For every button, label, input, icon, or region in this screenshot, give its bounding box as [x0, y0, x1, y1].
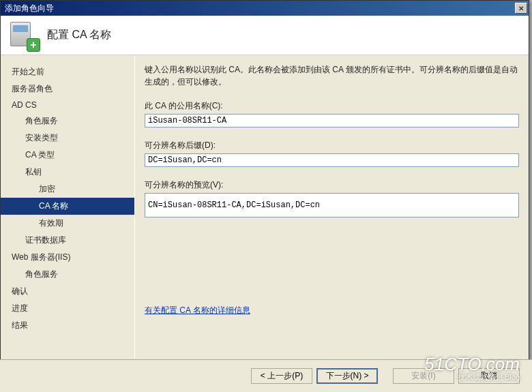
- page-title: 配置 CA 名称: [47, 28, 111, 42]
- close-button[interactable]: ✕: [515, 3, 527, 14]
- dn-suffix-label: 可分辨名称后缀(D):: [145, 140, 519, 151]
- sidebar-item-1[interactable]: 服务器角色: [1, 80, 134, 97]
- wizard-footer: < 上一步(P) 下一步(N) > 安装(I) 取消: [0, 359, 532, 392]
- sidebar-item-5[interactable]: CA 类型: [1, 147, 134, 164]
- window-title: 添加角色向导: [5, 3, 54, 14]
- close-icon: ✕: [518, 5, 524, 12]
- dn-suffix-block: 可分辨名称后缀(D):: [145, 140, 519, 167]
- wizard-header: + 配置 CA 名称: [1, 16, 529, 55]
- sidebar-item-9[interactable]: 有效期: [1, 215, 134, 232]
- sidebar-item-7[interactable]: 加密: [1, 181, 134, 198]
- sidebar-item-15[interactable]: 结果: [1, 317, 134, 334]
- sidebar-item-0[interactable]: 开始之前: [1, 63, 134, 80]
- wizard-window: 添加角色向导 ✕ + 配置 CA 名称 开始之前服务器角色AD CS角色服务安装…: [0, 0, 529, 389]
- sidebar-item-11[interactable]: Web 服务器(IIS): [1, 249, 134, 266]
- titlebar: 添加角色向导 ✕: [1, 1, 529, 16]
- next-button[interactable]: 下一步(N) >: [316, 368, 378, 384]
- sidebar-item-3[interactable]: 角色服务: [1, 112, 134, 130]
- sidebar-item-2[interactable]: AD CS: [1, 97, 134, 112]
- sidebar-item-8[interactable]: CA 名称: [1, 198, 134, 215]
- intro-text: 键入公用名称以识别此 CA。此名称会被添加到由该 CA 颁发的所有证书中。可分辨…: [145, 63, 519, 88]
- prev-button[interactable]: < 上一步(P): [251, 368, 312, 384]
- wizard-body: 开始之前服务器角色AD CS角色服务安装类型CA 类型私钥加密CA 名称有效期证…: [1, 55, 529, 359]
- sidebar-item-4[interactable]: 安装类型: [1, 130, 134, 147]
- dn-preview-label: 可分辨名称的预览(V):: [145, 179, 519, 191]
- sidebar-item-12[interactable]: 角色服务: [1, 266, 134, 283]
- cancel-button[interactable]: 取消: [458, 368, 520, 384]
- install-button: 安装(I): [393, 368, 454, 384]
- sidebar-item-10[interactable]: 证书数据库: [1, 232, 134, 249]
- dn-preview-input: [145, 193, 519, 217]
- dn-suffix-input[interactable]: [145, 153, 519, 167]
- common-name-label: 此 CA 的公用名称(C):: [145, 100, 519, 112]
- server-role-icon: +: [10, 22, 38, 49]
- plus-icon: +: [27, 38, 40, 52]
- common-name-input[interactable]: [145, 114, 519, 127]
- sidebar-item-13[interactable]: 确认: [1, 283, 134, 300]
- common-name-block: 此 CA 的公用名称(C):: [145, 100, 519, 127]
- sidebar-item-14[interactable]: 进度: [1, 300, 134, 317]
- dn-preview-block: 可分辨名称的预览(V):: [145, 179, 519, 217]
- sidebar: 开始之前服务器角色AD CS角色服务安装类型CA 类型私钥加密CA 名称有效期证…: [1, 55, 134, 359]
- more-info-link[interactable]: 有关配置 CA 名称的详细信息: [145, 305, 250, 316]
- content-panel: 键入公用名称以识别此 CA。此名称会被添加到由该 CA 颁发的所有证书中。可分辨…: [134, 55, 529, 359]
- sidebar-item-6[interactable]: 私钥: [1, 164, 134, 181]
